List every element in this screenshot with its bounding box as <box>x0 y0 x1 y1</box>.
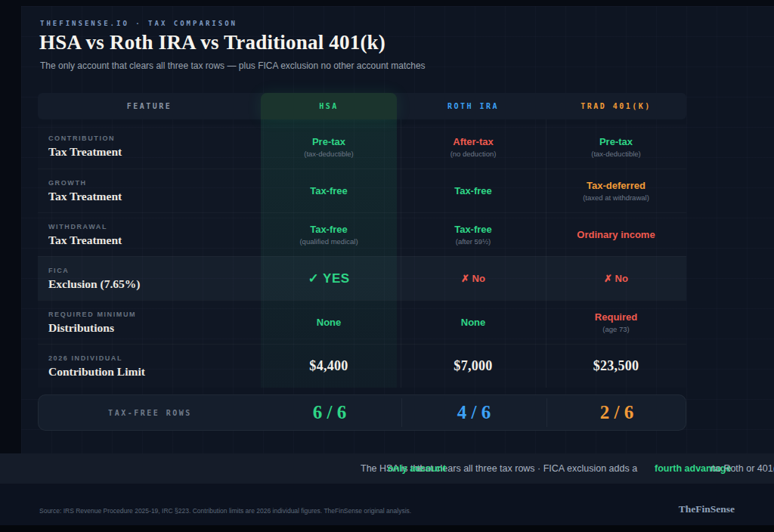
hsa-cell: $4,400 <box>261 345 397 388</box>
table-row-rmd: REQUIRED MINIMUM Distributions None None… <box>38 300 686 344</box>
header-roth-ira: ROTH IRA <box>401 93 546 119</box>
score-value: 6 / 6 <box>313 402 346 423</box>
annotation-highlight: only account <box>388 463 446 474</box>
row-kicker: 2026 INDIVIDUAL <box>48 354 145 362</box>
brand-logo: TheFinSense <box>679 503 735 515</box>
comparison-table: FEATURE HSA ROTH IRA TRAD 401(K) CONTRIB… <box>38 93 686 437</box>
cell-value: Tax-free <box>454 224 492 235</box>
row-kicker: WITHDRAWAL <box>48 223 122 230</box>
cell-sublabel: (no deduction) <box>450 150 497 158</box>
trad-cell: ✗ No <box>546 257 686 300</box>
cell-value: Pre-tax <box>599 136 633 147</box>
roth-cell: After-tax (no deduction) <box>401 125 546 169</box>
score-roth: 4 / 6 <box>401 395 546 430</box>
trad-cell: Pre-tax (tax-deductible) <box>546 125 686 169</box>
page-title: HSA vs Roth IRA vs Traditional 401(k) <box>39 31 385 54</box>
table-header-row: FEATURE HSA ROTH IRA TRAD 401(K) <box>38 93 686 119</box>
feature-cell: FICA Exclusion (7.65%) <box>48 267 140 291</box>
annotation-strip: The HSA is the that clears all three tax… <box>0 453 774 484</box>
feature-cell: CONTRIBUTION Tax Treatment <box>48 135 122 159</box>
hsa-cell: Tax-free <box>261 169 397 212</box>
cell-sublabel: (tax-deductible) <box>304 150 353 158</box>
annotation-text: that clears all three tax rows · FICA ex… <box>417 463 637 474</box>
header-hsa: HSA <box>261 93 397 119</box>
roth-cell: $7,000 <box>401 345 546 388</box>
page-subtitle: The only account that clears all three t… <box>40 60 426 71</box>
table-row-contribution-limit: 2026 INDIVIDUAL Contribution Limit $4,40… <box>38 344 686 388</box>
row-kicker: REQUIRED MINIMUM <box>48 311 136 318</box>
trad-cell: Required (age 73) <box>546 301 686 344</box>
roth-cell: Tax-free <box>401 169 546 212</box>
cell-value: After-tax <box>453 136 493 147</box>
table-row-growth: GROWTH Tax Treatment Tax-free Tax-free T… <box>38 169 686 212</box>
row-label: Tax Treatment <box>48 145 122 159</box>
hsa-cell: ✓ YES <box>261 257 397 300</box>
score-summary-card: TAX-FREE ROWS 6 / 6 4 / 6 2 / 6 <box>38 394 686 431</box>
trad-cell: $23,500 <box>546 345 686 388</box>
row-label: Tax Treatment <box>48 190 122 203</box>
table-row-contribution: CONTRIBUTION Tax Treatment Pre-tax (tax-… <box>38 125 686 169</box>
main-panel: THEFINSENSE.IO · TAX COMPARISON HSA vs R… <box>21 6 774 453</box>
cell-value: Ordinary income <box>577 229 655 240</box>
trad-cell: Ordinary income <box>546 213 686 256</box>
table-row-withdrawal: WITHDRAWAL Tax Treatment Tax-free (quali… <box>38 212 686 256</box>
row-label: Contribution Limit <box>48 365 145 379</box>
trad-cell: Tax-deferred (taxed at withdrawal) <box>546 169 686 212</box>
score-label: TAX-FREE ROWS <box>39 395 262 430</box>
cell-value: ✗ No <box>461 273 485 284</box>
header-trad-401k: TRAD 401(K) <box>546 93 686 119</box>
roth-cell: None <box>401 301 546 344</box>
table-body: CONTRIBUTION Tax Treatment Pre-tax (tax-… <box>38 125 686 388</box>
cell-sublabel: (after 59½) <box>456 237 491 246</box>
cell-value: Tax-free <box>310 185 348 196</box>
source-note: Source: IRS Revenue Procedure 2025-19, I… <box>39 507 411 515</box>
hsa-cell: None <box>261 301 397 344</box>
cell-value: Pre-tax <box>312 136 345 147</box>
cell-value: ✗ No <box>604 273 628 284</box>
cell-sublabel: (qualified medical) <box>299 237 358 246</box>
row-kicker: FICA <box>48 267 140 274</box>
bottom-bar <box>0 525 774 532</box>
feature-cell: 2026 INDIVIDUAL Contribution Limit <box>48 354 145 379</box>
row-kicker: GROWTH <box>48 179 122 187</box>
cell-value: None <box>461 317 486 328</box>
cell-value: $4,400 <box>309 358 348 374</box>
score-hsa: 6 / 6 <box>262 395 398 430</box>
cell-sublabel: (age 73) <box>602 325 629 333</box>
cell-value: Tax-free <box>454 185 492 196</box>
feature-cell: GROWTH Tax Treatment <box>48 179 122 203</box>
score-value: 2 / 6 <box>600 402 633 423</box>
row-label: Exclusion (7.65%) <box>48 277 140 291</box>
table-row-fica: FICA Exclusion (7.65%) ✓ YES ✗ No ✗ No <box>38 256 686 300</box>
cell-value: Tax-deferred <box>587 180 646 191</box>
roth-cell: Tax-free (after 59½) <box>401 213 546 256</box>
feature-cell: REQUIRED MINIMUM Distributions <box>48 311 136 335</box>
cell-value: $7,000 <box>454 358 492 374</box>
cell-value: None <box>317 317 342 328</box>
hsa-cell: Pre-tax (tax-deductible) <box>261 125 397 169</box>
annotation-text: no Roth or 401(k <box>711 463 774 474</box>
row-label: Distributions <box>48 321 136 335</box>
feature-cell: WITHDRAWAL Tax Treatment <box>48 223 122 247</box>
row-label: Tax Treatment <box>48 234 122 247</box>
score-trad: 2 / 6 <box>546 395 687 430</box>
roth-cell: ✗ No <box>401 257 546 300</box>
site-eyebrow: THEFINSENSE.IO · TAX COMPARISON <box>40 20 237 27</box>
cell-value: $23,500 <box>593 358 639 374</box>
hsa-cell: Tax-free (qualified medical) <box>261 213 397 256</box>
cell-value: ✓ YES <box>308 271 349 286</box>
cell-sublabel: (tax-deductible) <box>591 150 640 158</box>
row-kicker: CONTRIBUTION <box>48 135 122 142</box>
footer-section: Source: IRS Revenue Procedure 2025-19, I… <box>0 484 774 525</box>
score-value: 4 / 6 <box>457 402 491 423</box>
header-feature: FEATURE <box>38 93 261 119</box>
cell-sublabel: (taxed at withdrawal) <box>583 193 649 202</box>
cell-value: Required <box>595 311 637 323</box>
infographic: THEFINSENSE.IO · TAX COMPARISON HSA vs R… <box>0 0 774 532</box>
cell-value: Tax-free <box>310 224 348 235</box>
